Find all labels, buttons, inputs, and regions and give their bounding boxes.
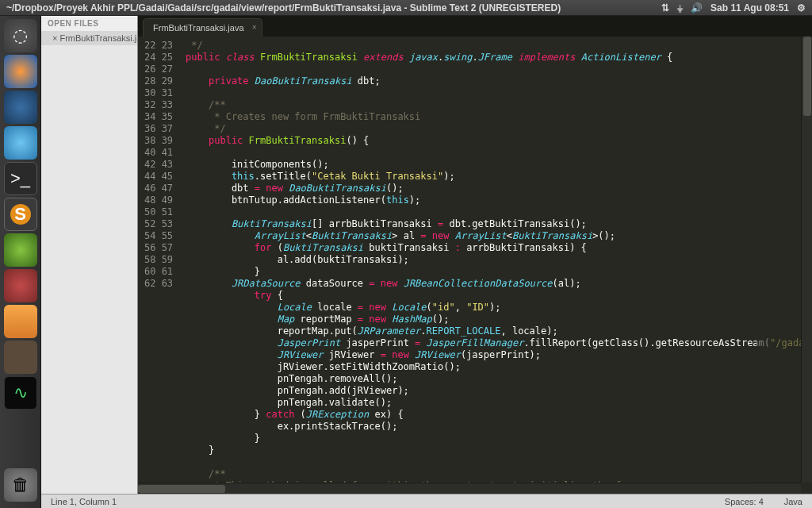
system-monitor-icon[interactable]: ∿	[4, 376, 37, 410]
sublime-icon[interactable]: S	[4, 198, 37, 231]
code-area[interactable]: 22 23 24 25 26 27 28 29 30 31 32 33 34 3…	[138, 37, 812, 494]
dropbox-icon[interactable]: ⇅	[661, 2, 669, 13]
terminal-icon[interactable]: >_	[4, 162, 37, 195]
panel-indicators: ⇅ ⏚ 🔊 Sab 11 Agu 08:51 ⚙	[661, 2, 806, 13]
scrollbar-thumb[interactable]	[138, 485, 225, 493]
settings-icon[interactable]	[4, 269, 37, 302]
wifi-icon[interactable]: ⏚	[677, 2, 683, 13]
scrollbar-thumb[interactable]	[803, 37, 811, 116]
image-viewer-icon[interactable]	[4, 126, 37, 160]
tab-label: FrmBuktiTransaksi.java	[153, 23, 244, 33]
window-title: ~/Dropbox/Proyek Akhir PPL/Gadai/Gadai/s…	[6, 2, 561, 13]
close-icon[interactable]: ×	[252, 23, 257, 32]
open-file-item[interactable]: × FrmBuktiTransaksi.jav	[41, 31, 137, 45]
code-content[interactable]: */ public class FrmBuktiTransaksi extend…	[179, 37, 812, 494]
sidebar[interactable]: OPEN FILES × FrmBuktiTransaksi.jav	[41, 16, 138, 494]
status-lang[interactable]: Java	[784, 497, 802, 506]
status-spaces[interactable]: Spaces: 4	[725, 497, 764, 506]
gutter: 22 23 24 25 26 27 28 29 30 31 32 33 34 3…	[138, 37, 179, 494]
thunderbird-icon[interactable]	[4, 90, 37, 124]
clock[interactable]: Sab 11 Agu 08:51	[710, 2, 789, 13]
top-panel: ~/Dropbox/Proyek Akhir PPL/Gadai/Gadai/s…	[0, 0, 812, 16]
scrollbar-vertical[interactable]	[801, 37, 812, 483]
gear-icon[interactable]: ⚙	[797, 2, 806, 13]
status-bar: Line 1, Column 1 Spaces: 4 Java	[41, 494, 812, 508]
tab-bar: FrmBuktiTransaksi.java ×	[138, 16, 812, 37]
sound-icon[interactable]: 🔊	[691, 2, 703, 13]
files-icon[interactable]	[4, 305, 37, 338]
status-position[interactable]: Line 1, Column 1	[51, 497, 117, 506]
gimp-icon[interactable]	[4, 341, 37, 374]
trash-icon[interactable]: 🗑	[4, 468, 37, 502]
scrollbar-horizontal[interactable]	[138, 483, 801, 494]
sidebar-header: OPEN FILES	[41, 16, 137, 31]
minimap[interactable]	[756, 37, 801, 483]
qt-app-icon[interactable]	[4, 233, 37, 267]
tab-active[interactable]: FrmBuktiTransaksi.java ×	[143, 18, 262, 37]
firefox-icon[interactable]	[4, 55, 37, 88]
unity-launcher: ◌ >_ S ∿ 🗑	[0, 16, 41, 508]
editor-window: OPEN FILES × FrmBuktiTransaksi.jav FrmBu…	[41, 16, 812, 508]
dash-icon[interactable]: ◌	[4, 19, 37, 52]
